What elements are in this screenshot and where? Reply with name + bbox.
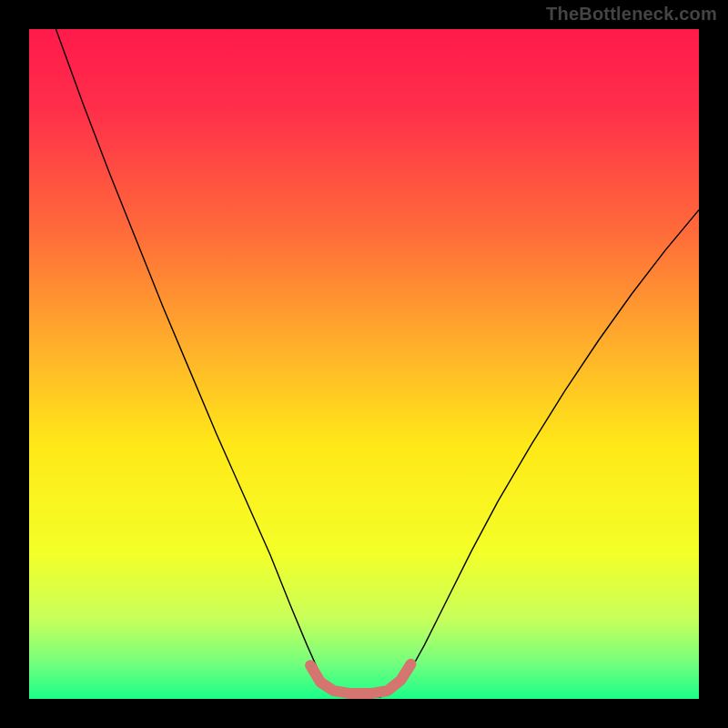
chart-svg bbox=[29, 29, 699, 699]
chart-container: TheBottleneck.com bbox=[0, 0, 728, 728]
gradient-background bbox=[29, 29, 699, 699]
watermark-label: TheBottleneck.com bbox=[546, 4, 717, 25]
plot-area bbox=[29, 29, 699, 699]
